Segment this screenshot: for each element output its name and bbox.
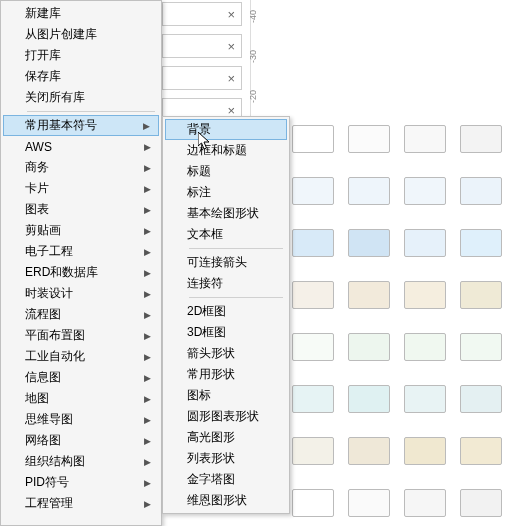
submenu-label: 维恩图形状 (187, 492, 247, 509)
menu-item[interactable]: PID符号▶ (3, 472, 159, 493)
background-swatch[interactable] (292, 437, 334, 465)
close-icon[interactable]: × (227, 39, 235, 54)
background-swatch[interactable] (348, 125, 390, 153)
library-context-menu[interactable]: 新建库从图片创建库打开库保存库关闭所有库 常用基本符号 ▶ AWS▶商务▶卡片▶… (0, 0, 162, 526)
menu-item[interactable]: 新建库 (3, 3, 159, 24)
input-row-3[interactable]: × (162, 66, 242, 90)
background-swatch[interactable] (460, 229, 502, 257)
background-swatch[interactable] (292, 125, 334, 153)
background-swatch[interactable] (404, 229, 446, 257)
background-swatch[interactable] (404, 177, 446, 205)
menu-item[interactable]: 关闭所有库 (3, 87, 159, 108)
background-swatch[interactable] (404, 125, 446, 153)
background-swatch[interactable] (460, 437, 502, 465)
submenu-arrow-icon: ▶ (144, 142, 151, 152)
close-icon[interactable]: × (227, 71, 235, 86)
background-swatch[interactable] (460, 125, 502, 153)
submenu-item[interactable]: 维恩图形状 (165, 490, 287, 511)
menu-item[interactable]: 图表▶ (3, 199, 159, 220)
background-swatch[interactable] (292, 177, 334, 205)
background-swatch[interactable] (460, 177, 502, 205)
submenu-item[interactable]: 金字塔图 (165, 469, 287, 490)
background-swatch[interactable] (348, 229, 390, 257)
menu-item[interactable]: 剪贴画▶ (3, 220, 159, 241)
submenu-arrow-icon: ▶ (144, 394, 151, 404)
menu-item[interactable]: 电子工程▶ (3, 241, 159, 262)
input-row-2[interactable]: × (162, 34, 242, 58)
background-swatch[interactable] (292, 489, 334, 517)
submenu-item[interactable]: 边框和标题 (165, 140, 287, 161)
submenu-item[interactable]: 标注 (165, 182, 287, 203)
background-swatch[interactable] (348, 333, 390, 361)
common-symbols-submenu[interactable]: 背景 边框和标题标题标注基本绘图形状文本框 可连接箭头连接符 2D框图3D框图箭… (162, 116, 290, 514)
menu-item[interactable]: ERD和数据库▶ (3, 262, 159, 283)
submenu-item[interactable]: 常用形状 (165, 364, 287, 385)
background-swatch[interactable] (348, 489, 390, 517)
background-swatch[interactable] (460, 385, 502, 413)
menu-item[interactable]: 卡片▶ (3, 178, 159, 199)
background-swatch[interactable] (404, 333, 446, 361)
menu-item[interactable]: 流程图▶ (3, 304, 159, 325)
background-swatch[interactable] (348, 437, 390, 465)
menu-item[interactable]: 保存库 (3, 66, 159, 87)
background-swatch[interactable] (404, 489, 446, 517)
submenu-item[interactable]: 3D框图 (165, 322, 287, 343)
submenu-arrow-icon: ▶ (144, 415, 151, 425)
submenu-label: 边框和标题 (187, 142, 247, 159)
background-swatch[interactable] (404, 437, 446, 465)
submenu-item[interactable]: 文本框 (165, 224, 287, 245)
menu-item[interactable]: 思维导图▶ (3, 409, 159, 430)
submenu-item[interactable]: 连接符 (165, 273, 287, 294)
menu-label: 网络图 (25, 432, 61, 449)
submenu-arrow-icon: ▶ (144, 478, 151, 488)
background-swatch[interactable] (292, 281, 334, 309)
background-swatch[interactable] (460, 333, 502, 361)
menu-item[interactable]: 工程管理▶ (3, 493, 159, 514)
swatch-row (292, 333, 528, 361)
background-swatch[interactable] (404, 281, 446, 309)
menu-item[interactable]: 平面布置图▶ (3, 325, 159, 346)
submenu-arrow-icon: ▶ (144, 268, 151, 278)
menu-item[interactable]: 组织结构图▶ (3, 451, 159, 472)
background-swatch[interactable] (292, 385, 334, 413)
close-icon[interactable]: × (227, 7, 235, 22)
menu-item[interactable]: 工业自动化▶ (3, 346, 159, 367)
background-swatch[interactable] (292, 333, 334, 361)
menu-item[interactable]: 地图▶ (3, 388, 159, 409)
submenu-label: 列表形状 (187, 450, 235, 467)
background-swatch[interactable] (292, 229, 334, 257)
submenu-label: 金字塔图 (187, 471, 235, 488)
background-swatch[interactable] (460, 489, 502, 517)
menu-item[interactable]: 打开库 (3, 45, 159, 66)
submenu-item[interactable]: 基本绘图形状 (165, 203, 287, 224)
background-swatch[interactable] (348, 385, 390, 413)
menu-item-common-symbols[interactable]: 常用基本符号 ▶ (3, 115, 159, 136)
background-swatch[interactable] (460, 281, 502, 309)
background-swatch[interactable] (348, 177, 390, 205)
submenu-item[interactable]: 标题 (165, 161, 287, 182)
swatch-row (292, 177, 528, 205)
submenu-label: 标注 (187, 184, 211, 201)
submenu-item[interactable]: 列表形状 (165, 448, 287, 469)
submenu-item[interactable]: 可连接箭头 (165, 252, 287, 273)
submenu-item[interactable]: 箭头形状 (165, 343, 287, 364)
input-row-1[interactable]: × (162, 2, 242, 26)
submenu-arrow-icon: ▶ (144, 289, 151, 299)
swatch-row (292, 125, 528, 153)
background-swatch[interactable] (404, 385, 446, 413)
submenu-item[interactable]: 2D框图 (165, 301, 287, 322)
submenu-label: 可连接箭头 (187, 254, 247, 271)
submenu-item[interactable]: 图标 (165, 385, 287, 406)
menu-item[interactable]: 商务▶ (3, 157, 159, 178)
menu-item[interactable]: 时装设计▶ (3, 283, 159, 304)
submenu-arrow-icon: ▶ (144, 373, 151, 383)
submenu-label: 圆形图表形状 (187, 408, 259, 425)
menu-item[interactable]: 从图片创建库 (3, 24, 159, 45)
background-swatch[interactable] (348, 281, 390, 309)
menu-item[interactable]: AWS▶ (3, 136, 159, 157)
submenu-item[interactable]: 圆形图表形状 (165, 406, 287, 427)
menu-item[interactable]: 网络图▶ (3, 430, 159, 451)
submenu-item-background[interactable]: 背景 (165, 119, 287, 140)
submenu-item[interactable]: 高光图形 (165, 427, 287, 448)
menu-item[interactable]: 信息图▶ (3, 367, 159, 388)
